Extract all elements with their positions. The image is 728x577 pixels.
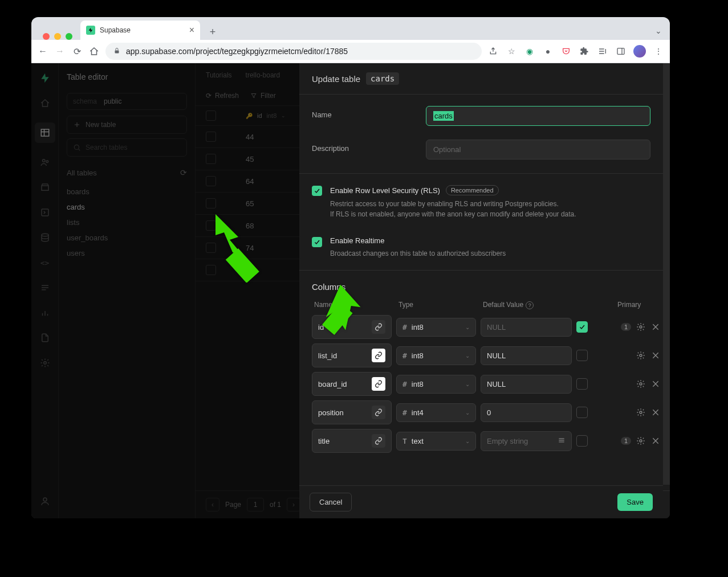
select-all-checkbox[interactable]: [206, 111, 216, 121]
save-button[interactable]: Save: [617, 493, 653, 511]
close-icon[interactable]: [650, 350, 661, 361]
close-window-icon[interactable]: [43, 33, 50, 40]
link-icon[interactable]: [372, 320, 385, 334]
gear-icon[interactable]: [636, 379, 646, 389]
new-tab-button[interactable]: +: [205, 24, 221, 40]
row-checkbox[interactable]: [206, 154, 216, 164]
refresh-tables-icon[interactable]: ⟳: [180, 168, 187, 177]
close-icon[interactable]: [650, 379, 661, 389]
primary-checkbox[interactable]: [576, 321, 588, 333]
primary-checkbox[interactable]: [576, 435, 588, 447]
gear-icon[interactable]: [636, 436, 646, 446]
rls-checkbox[interactable]: [312, 186, 322, 196]
refresh-button[interactable]: ⟳ Refresh: [206, 92, 239, 100]
link-icon[interactable]: [372, 349, 385, 362]
column-default-input[interactable]: NULL: [481, 346, 572, 365]
close-icon[interactable]: [650, 322, 661, 332]
panel-icon[interactable]: [615, 46, 627, 57]
extension-2-icon[interactable]: ●: [542, 46, 554, 57]
link-icon[interactable]: [372, 434, 385, 448]
column-default-input[interactable]: NULL: [481, 318, 572, 337]
table-editor-nav-icon[interactable]: [35, 122, 55, 143]
link-icon[interactable]: [372, 377, 385, 391]
supabase-logo-icon[interactable]: [39, 72, 51, 84]
row-checkbox[interactable]: [206, 198, 216, 208]
docs-nav-icon[interactable]: [39, 332, 51, 343]
list-nav-icon[interactable]: [39, 282, 51, 293]
column-header-id[interactable]: 🔑 id int8 ⌄: [246, 112, 286, 119]
minimize-window-icon[interactable]: [54, 33, 61, 40]
primary-checkbox[interactable]: [576, 350, 588, 361]
column-name-input[interactable]: title: [312, 429, 392, 453]
settings-nav-icon[interactable]: [39, 357, 51, 369]
sidebar-table-boards[interactable]: boards: [67, 184, 187, 199]
prev-page-button[interactable]: ‹: [206, 498, 219, 511]
share-icon[interactable]: [487, 46, 499, 57]
column-default-input[interactable]: NULL: [481, 375, 572, 394]
reading-list-icon[interactable]: [597, 46, 608, 57]
column-default-input[interactable]: Empty string: [481, 431, 572, 451]
menu-dots-icon[interactable]: ⋮: [653, 46, 664, 57]
home-icon[interactable]: [88, 46, 100, 57]
sidebar-table-cards[interactable]: cards: [67, 199, 187, 215]
sidebar-table-users[interactable]: users: [67, 245, 187, 261]
column-name-input[interactable]: board_id: [312, 372, 392, 396]
row-checkbox[interactable]: [206, 132, 216, 142]
extension-1-icon[interactable]: ◉: [524, 46, 535, 57]
browser-tab[interactable]: Supabase ×: [80, 21, 200, 40]
profile-avatar-icon[interactable]: [633, 45, 646, 58]
search-tables-input[interactable]: Search tables: [67, 138, 187, 157]
panel-scrollbar[interactable]: [663, 63, 670, 485]
primary-checkbox[interactable]: [576, 407, 588, 418]
schema-selector[interactable]: schema public: [67, 93, 187, 110]
column-name-input[interactable]: id: [312, 315, 392, 339]
column-type-select[interactable]: #int8⌄: [396, 375, 476, 394]
name-input[interactable]: cards: [426, 106, 650, 126]
row-checkbox[interactable]: [206, 265, 216, 275]
filter-button[interactable]: Filter: [250, 92, 276, 100]
tabs-chevron-down-icon[interactable]: ⌄: [655, 26, 662, 35]
primary-checkbox[interactable]: [576, 378, 588, 390]
sidebar-table-lists[interactable]: lists: [67, 215, 187, 230]
page-number[interactable]: 1: [247, 498, 264, 511]
realtime-checkbox[interactable]: [312, 237, 322, 247]
pocket-icon[interactable]: [560, 46, 572, 57]
close-tab-icon[interactable]: ×: [189, 25, 194, 35]
column-name-input[interactable]: list_id: [312, 343, 392, 367]
column-default-input[interactable]: 0: [481, 403, 572, 422]
column-name-input[interactable]: position: [312, 400, 392, 424]
back-icon[interactable]: ←: [37, 46, 48, 57]
list-icon[interactable]: [558, 436, 566, 446]
reload-icon[interactable]: ⟳: [71, 46, 83, 57]
maximize-window-icon[interactable]: [66, 33, 72, 40]
user-nav-icon[interactable]: [39, 496, 51, 507]
gear-icon[interactable]: [636, 407, 646, 418]
cancel-button[interactable]: Cancel: [310, 493, 352, 511]
column-type-select[interactable]: #int8⌄: [396, 346, 476, 365]
link-icon[interactable]: [372, 406, 385, 419]
breadcrumb-project[interactable]: Tutorials: [206, 71, 232, 79]
row-checkbox[interactable]: [206, 176, 216, 186]
row-checkbox[interactable]: [206, 220, 216, 231]
star-icon[interactable]: ☆: [506, 46, 517, 57]
close-icon[interactable]: [650, 436, 661, 446]
api-nav-icon[interactable]: <>: [39, 257, 51, 268]
breadcrumb-item[interactable]: trello-board: [246, 71, 280, 79]
extensions-puzzle-icon[interactable]: [579, 46, 590, 57]
row-checkbox[interactable]: [206, 243, 216, 253]
column-type-select[interactable]: Ttext⌄: [396, 432, 476, 451]
reports-nav-icon[interactable]: [39, 307, 51, 318]
auth-nav-icon[interactable]: [39, 157, 51, 168]
sidebar-table-user_boards[interactable]: user_boards: [67, 230, 187, 245]
column-type-select[interactable]: #int8⌄: [396, 318, 476, 337]
next-page-button[interactable]: ›: [287, 498, 300, 511]
storage-nav-icon[interactable]: [39, 182, 51, 193]
help-icon[interactable]: ?: [526, 301, 534, 309]
gear-icon[interactable]: [636, 350, 646, 361]
new-table-button[interactable]: New table: [67, 116, 187, 134]
database-nav-icon[interactable]: [39, 232, 51, 243]
description-input[interactable]: [426, 140, 650, 159]
close-icon[interactable]: [650, 407, 661, 418]
functions-nav-icon[interactable]: [39, 207, 51, 218]
address-bar[interactable]: app.supabase.com/project/tegzegkpgiyzrme…: [105, 43, 482, 60]
